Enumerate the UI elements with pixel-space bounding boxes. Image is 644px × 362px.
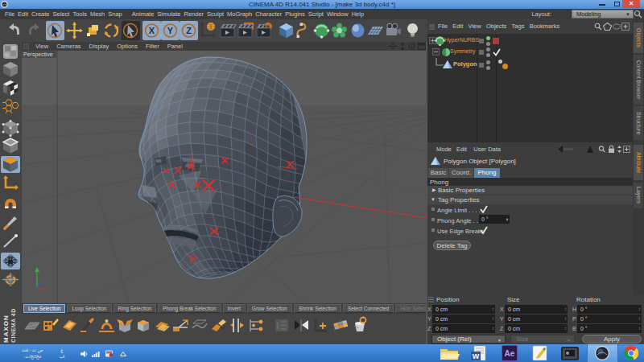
svg-text:Ae: Ae	[505, 349, 515, 358]
svg-text:Z: Z	[186, 26, 192, 35]
svg-text:Y: Y	[167, 26, 174, 35]
svg-text:W: W	[473, 352, 480, 360]
svg-text:X: X	[149, 26, 155, 35]
